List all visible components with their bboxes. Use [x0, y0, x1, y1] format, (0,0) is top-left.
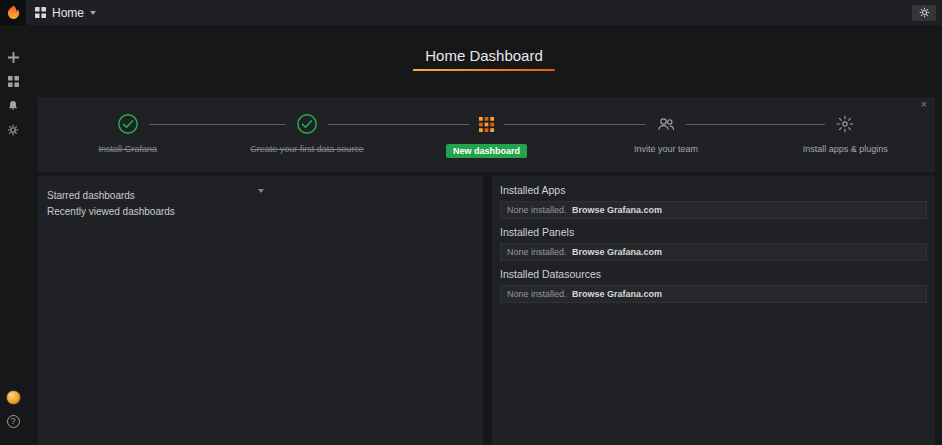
sidebar-item-alerting[interactable] [0, 97, 26, 114]
step-create-data-source[interactable]: Create your first data source [217, 110, 396, 172]
bell-icon [7, 100, 19, 112]
plugin-empty-row: None installed. Browse Grafana.com [500, 285, 927, 303]
step-invite-team[interactable]: Invite your team [576, 110, 755, 172]
gear-icon [919, 7, 930, 18]
installed-panels-section: Installed Panels None installed. Browse … [500, 226, 927, 261]
installed-apps-section: Installed Apps None installed. Browse Gr… [500, 184, 927, 219]
installed-datasources-section: Installed Datasources None installed. Br… [500, 268, 927, 303]
gear-icon [7, 124, 19, 136]
section-title: Installed Datasources [500, 268, 927, 280]
sidebar-user-avatar[interactable] [0, 389, 26, 406]
step-label: Invite your team [634, 144, 698, 154]
dashboard-grid-icon [35, 7, 46, 18]
plugin-empty-row: None installed. Browse Grafana.com [500, 243, 927, 261]
plugins-icon [825, 110, 865, 138]
dashboard-picker[interactable]: Home [35, 6, 96, 20]
user-avatar [6, 390, 21, 405]
plus-icon [8, 52, 19, 63]
step-install-grafana[interactable]: Install Grafana [38, 110, 217, 172]
sidebar-item-dashboards[interactable] [0, 73, 26, 90]
dashboard-settings-button[interactable] [912, 5, 936, 21]
dashboards-panel: Starred dashboards Recently viewed dashb… [38, 176, 483, 445]
step-label: Create your first data source [250, 144, 364, 154]
check-circle-icon [286, 110, 328, 138]
sidebar-item-help[interactable]: ? [0, 413, 26, 430]
step-new-dashboard[interactable]: New dashboard [397, 110, 576, 172]
close-icon[interactable]: × [921, 99, 927, 110]
step-install-plugins[interactable]: Install apps & plugins [756, 110, 935, 172]
browse-grafana-link[interactable]: Browse Grafana.com [572, 289, 662, 299]
page-title-wrap: Home Dashboard [26, 44, 942, 71]
panel-menu-caret[interactable] [38, 176, 483, 188]
navbar: Home [26, 0, 942, 25]
navbar-dashboard-title: Home [52, 6, 84, 20]
empty-text: None installed. [507, 289, 567, 299]
browse-grafana-link[interactable]: Browse Grafana.com [572, 247, 662, 257]
grafana-logo[interactable] [0, 0, 26, 25]
chevron-down-icon [258, 189, 264, 193]
chevron-down-icon [90, 11, 96, 15]
sidebar-item-configuration[interactable] [0, 121, 26, 138]
section-title: Installed Panels [500, 226, 927, 238]
grafana-home-screen: Home [0, 0, 942, 445]
empty-text: None installed. [507, 205, 567, 215]
users-icon [646, 110, 686, 138]
new-dashboard-button[interactable]: New dashboard [446, 144, 527, 158]
check-circle-icon [107, 110, 149, 138]
empty-text: None installed. [507, 247, 567, 257]
plugin-empty-row: None installed. Browse Grafana.com [500, 201, 927, 219]
dashboards-grid-icon [8, 76, 19, 87]
grafana-flame-icon [5, 4, 22, 21]
getting-started-steps: Install Grafana Create your first data s… [38, 97, 935, 172]
getting-started-panel: × Install Grafana C [38, 97, 935, 172]
page-title: Home Dashboard [413, 44, 555, 71]
help-question-icon: ? [7, 415, 20, 428]
new-dashboard-icon [469, 110, 504, 138]
browse-grafana-link[interactable]: Browse Grafana.com [572, 205, 662, 215]
recent-dashboards-section[interactable]: Recently viewed dashboards [38, 204, 483, 220]
sidebar-item-create[interactable] [0, 49, 26, 66]
plugin-list-panel: Installed Apps None installed. Browse Gr… [492, 176, 935, 445]
sidebar: ? [0, 25, 26, 445]
step-label: Install apps & plugins [803, 144, 888, 154]
section-title: Installed Apps [500, 184, 927, 196]
step-label: Install Grafana [98, 144, 157, 154]
